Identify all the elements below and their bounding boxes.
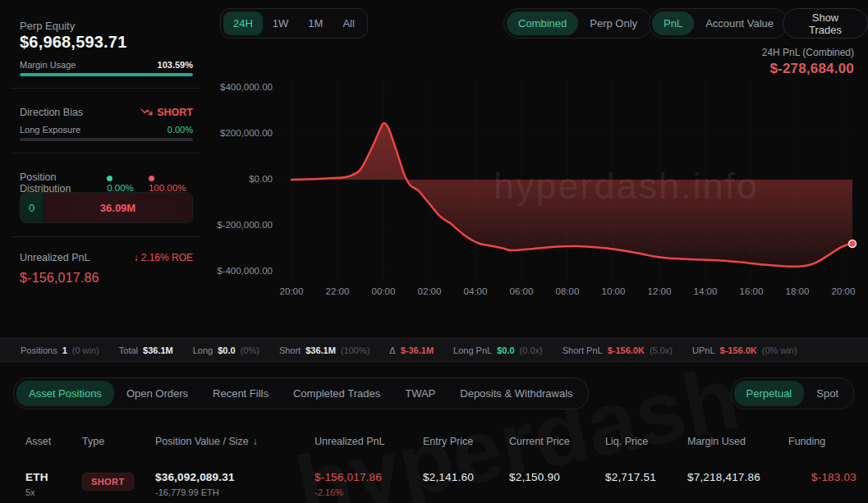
cell-funding: $-183.03 <box>788 471 866 497</box>
direction-bias-label: Direction Bias <box>20 107 83 118</box>
margin-usage-label: Margin Usage <box>20 60 76 70</box>
direction-bias-row: Direction Bias SHORT <box>20 106 193 118</box>
chart-y-axis: $400,000.00$200,000.00$0.00$-200,000.00$… <box>205 0 273 295</box>
trend-down-icon <box>140 106 153 118</box>
divider <box>11 153 200 153</box>
unrealized-pnl-value: $-156,017.86 <box>20 271 99 286</box>
cell-current-price: $2,150.90 <box>509 471 605 497</box>
stat-total: Total$36.1M <box>119 345 173 355</box>
time-range-all[interactable]: All <box>333 11 364 35</box>
tab-completed-trades[interactable]: Completed Trades <box>281 381 393 406</box>
distribution-long-cell: 0 <box>21 193 44 222</box>
tab-twap[interactable]: TWAP <box>393 381 448 406</box>
x-axis-label: 14:00 <box>691 286 720 296</box>
margin-usage-value: 103.59% <box>158 60 193 70</box>
cell-type: SHORT <box>82 471 155 497</box>
long-dot-icon <box>107 176 113 181</box>
y-axis-label: $0.00 <box>249 174 273 184</box>
col-position-value[interactable]: Position Value / Size↓ <box>155 436 315 447</box>
divider <box>11 236 200 237</box>
x-axis-label: 00:00 <box>369 286 398 296</box>
market-toggle-group: Perpetual Spot <box>731 377 854 409</box>
chart-x-axis: 20:0022:0000:0002:0004:0006:0008:0010:00… <box>277 286 858 296</box>
cell-position-value: $36,092,089.31 -16,779.99 ETH <box>155 471 315 497</box>
x-axis-label: 04:00 <box>461 286 490 296</box>
tab-deposits-withdrawals[interactable]: Deposits & Withdrawals <box>448 381 585 406</box>
x-axis-label: 06:00 <box>507 286 536 296</box>
metric-toggle-group: PnL Account Value <box>649 8 788 39</box>
col-margin-used[interactable]: Margin Used <box>687 436 788 447</box>
x-axis-label: 12:00 <box>645 286 674 296</box>
direction-bias-value-wrap: SHORT <box>140 106 193 118</box>
stat-upnl: UPnL$-156.0K(0% win) <box>692 345 797 355</box>
toggle-pnl[interactable]: PnL <box>652 11 694 35</box>
toggle-perpetual[interactable]: Perpetual <box>734 381 805 406</box>
col-current-price[interactable]: Current Price <box>509 436 605 447</box>
long-exposure-bar <box>20 138 193 141</box>
direction-bias-value: SHORT <box>157 107 193 118</box>
x-axis-label: 22:00 <box>323 286 352 296</box>
x-axis-label: 20:00 <box>829 286 858 296</box>
combine-toggle-group: Combined Perp Only <box>503 8 652 39</box>
y-axis-label: $-200,000.00 <box>217 220 273 230</box>
chart-title: 24H PnL (Combined) <box>657 47 854 58</box>
x-axis-label: 16:00 <box>737 286 766 296</box>
x-axis-label: 20:00 <box>277 286 306 296</box>
position-distribution-bar: 0 36.09M <box>20 192 193 223</box>
col-asset[interactable]: Asset <box>25 436 82 447</box>
col-funding[interactable]: Funding <box>788 436 866 447</box>
stat-long-pnl: Long PnL$0.0(0.0x) <box>453 345 543 355</box>
short-pct: 100.00% <box>149 173 193 193</box>
chart-endpoint-dot <box>849 240 857 248</box>
perp-equity-value: $6,968,593.71 <box>20 33 127 52</box>
cell-margin-used: $7,218,417.86 <box>687 471 788 497</box>
stat-short: Short$36.1M(100%) <box>279 345 370 355</box>
margin-usage-bar <box>20 73 193 76</box>
x-axis-label: 10:00 <box>599 286 628 296</box>
col-type[interactable]: Type <box>82 436 155 447</box>
time-range-1m[interactable]: 1M <box>298 11 333 35</box>
toggle-combined[interactable]: Combined <box>507 11 578 35</box>
x-axis-label: 08:00 <box>553 286 582 296</box>
cell-asset: ETH 5x <box>25 471 82 497</box>
stat-long: Long$0.0(0%) <box>193 345 259 355</box>
positions-stats-bar: Positions1(0 win) Total$36.1M Long$0.0(0… <box>0 338 868 362</box>
toggle-spot[interactable]: Spot <box>804 381 851 406</box>
unrealized-pnl-label: Unrealized PnL <box>20 252 90 263</box>
distribution-short-cell: 36.09M <box>44 193 192 222</box>
y-axis-label: $400,000.00 <box>220 82 273 92</box>
stat-positions: Positions1(0 win) <box>21 345 99 355</box>
positions-table-header: Asset Type Position Value / Size↓ Unreal… <box>0 436 868 447</box>
table-row[interactable]: ETH 5x SHORT $36,092,089.31 -16,779.99 E… <box>0 471 868 497</box>
tab-recent-fills[interactable]: Recent Fills <box>200 381 281 406</box>
toggle-perp-only[interactable]: Perp Only <box>578 11 649 35</box>
stat-delta: Δ$-36.1M <box>389 345 434 355</box>
col-unrealized-pnl[interactable]: Unrealized PnL <box>315 436 423 447</box>
x-axis-label: 02:00 <box>415 286 444 296</box>
position-distribution-row: Position Distribution 0.00% 100.00% <box>20 171 193 194</box>
sort-desc-icon: ↓ <box>253 436 258 447</box>
asset-leverage: 5x <box>25 487 82 497</box>
cell-entry-price: $2,141.60 <box>423 471 509 497</box>
margin-usage-bar-fill <box>20 73 193 76</box>
show-trades-button[interactable]: Show Trades <box>783 8 868 39</box>
stat-short-pnl: Short PnL$-156.0K(5.0x) <box>563 345 673 355</box>
y-axis-label: $200,000.00 <box>220 128 273 138</box>
arrow-down-icon: ↓ <box>134 252 139 263</box>
long-exposure-row: Long Exposure 0.00% <box>20 125 193 135</box>
unrealized-pnl-row: Unrealized PnL ↓2.16% ROE <box>20 252 193 263</box>
tab-asset-positions[interactable]: Asset Positions <box>16 381 114 406</box>
col-entry-price[interactable]: Entry Price <box>423 436 509 447</box>
divider <box>11 88 200 89</box>
section-tabs: Asset Positions Open Orders Recent Fills… <box>13 377 589 409</box>
cell-unrealized-pnl: $-156,017.86 -2.16% <box>315 471 423 497</box>
cell-liq-price: $2,717.51 <box>605 471 687 497</box>
toggle-account-value[interactable]: Account Value <box>694 11 785 35</box>
roe-value: ↓2.16% ROE <box>134 252 193 263</box>
tab-open-orders[interactable]: Open Orders <box>114 381 200 406</box>
position-distribution-label: Position Distribution <box>20 171 107 194</box>
long-exposure-label: Long Exposure <box>20 125 80 135</box>
short-badge: SHORT <box>82 473 134 491</box>
perp-equity-label: Perp Equity <box>20 20 75 32</box>
col-liq-price[interactable]: Liq. Price <box>605 436 687 447</box>
